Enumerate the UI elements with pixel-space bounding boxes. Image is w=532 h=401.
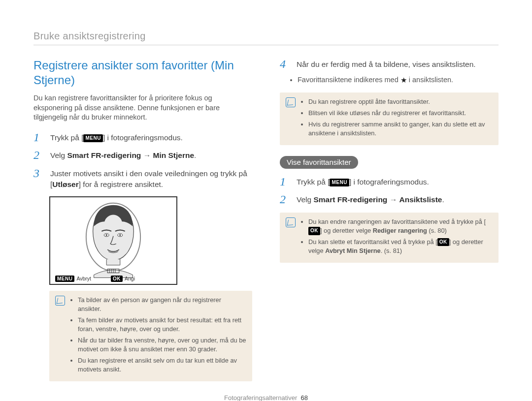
note-list: Ta bilder av én person av gangen når du …	[70, 296, 246, 376]
right-column: 4 Når du er ferdig med å ta bildene, vis…	[280, 58, 499, 381]
face-illustration: MENUAvbryt OKAngi	[49, 196, 177, 285]
step-number: 1	[33, 131, 43, 143]
note-icon	[286, 97, 296, 107]
step-2: 2 Velg Smart FR-redigering → Min Stjerne…	[33, 149, 252, 161]
note-item: Du kan registrere et ansikt selv om du t…	[78, 356, 246, 374]
step-text: Trykk på [MENU] i fotograferingsmodus.	[50, 131, 183, 143]
ok-button-label: OK	[308, 227, 320, 235]
steps-list-2: 1 Trykk på [MENU] i fotograferingsmodus.…	[280, 176, 499, 206]
steps-list: 1 Trykk på [MENU] i fotograferingsmodus.…	[33, 131, 252, 190]
step-number: 2	[280, 193, 290, 205]
steps-list: 4 Når du er ferdig med å ta bildene, vis…	[280, 58, 499, 70]
section-title: Registrere ansikter som favoritter (Min …	[33, 58, 252, 88]
sub-item: Favorittansiktene indikeres med ★ i ansi…	[298, 76, 499, 85]
subsection-pill: Vise favorittansikter	[280, 156, 358, 169]
note-item: Ta fem bilder av motivets ansikt for bes…	[78, 316, 246, 334]
note-item: Når du tar bilder fra venstre, høyre, ov…	[78, 336, 246, 354]
menu-button-label: MENU	[55, 276, 74, 282]
step-text: Juster motivets ansikt i den ovale veile…	[50, 167, 252, 190]
page-footer: Fotograferingsalternativer 68	[33, 394, 499, 401]
note-item: Du kan registrere opptil åtte favorittan…	[308, 97, 493, 107]
note-icon	[55, 296, 65, 306]
note-list: Du kan registrere opptil åtte favorittan…	[300, 97, 493, 140]
page-number: 68	[300, 394, 307, 401]
note-item: Ta bilder av én person av gangen når du …	[78, 296, 246, 314]
svg-point-2	[106, 234, 107, 236]
note-box: Ta bilder av én person av gangen når du …	[49, 291, 252, 381]
note-box: Du kan endre rangeringen av favorittansi…	[280, 213, 499, 263]
footer-section: Fotograferingsalternativer	[224, 394, 297, 401]
manual-page: Bruke ansiktsregistrering Registrere ans…	[0, 0, 532, 401]
note-box: Du kan registrere opptil åtte favorittan…	[280, 93, 499, 145]
step-number: 1	[280, 176, 290, 187]
note-item: Blitsen vil ikke utløses når du registre…	[308, 109, 493, 118]
step-2b: 2 Velg Smart FR-redigering → Ansiktslist…	[280, 193, 499, 205]
star-icon: ★	[400, 76, 407, 84]
note-item: Du kan endre rangeringen av favorittansi…	[308, 217, 493, 236]
step-number: 3	[33, 167, 43, 190]
step-3: 3 Juster motivets ansikt i den ovale vei…	[33, 167, 252, 190]
note-icon	[286, 217, 296, 227]
step-1b: 1 Trykk på [MENU] i fotograferingsmodus.	[280, 176, 499, 187]
columns: Registrere ansikter som favoritter (Min …	[33, 58, 499, 381]
note-item: Du kan slette et favorittansikt ved å tr…	[308, 238, 493, 256]
sub-bullets: Favorittansiktene indikeres med ★ i ansi…	[289, 76, 499, 85]
intro-text: Du kan registrere favorittansikter for å…	[33, 93, 252, 123]
menu-button-label: MENU	[83, 134, 102, 143]
step-number: 2	[33, 149, 43, 161]
step-text: Velg Smart FR-redigering → Ansiktsliste.	[297, 193, 444, 205]
svg-point-4	[119, 234, 121, 236]
breadcrumb: Bruke ansiktsregistrering	[33, 31, 499, 45]
step-text: Velg Smart FR-redigering → Min Stjerne.	[50, 149, 196, 161]
step-number: 4	[280, 58, 290, 70]
ok-button-label: OK	[111, 276, 123, 282]
note-list: Du kan endre rangeringen av favorittansi…	[300, 217, 493, 258]
illustration-wrap: MENUAvbryt OKAngi	[49, 196, 252, 285]
step-text: Trykk på [MENU] i fotograferingsmodus.	[297, 176, 429, 187]
step-1: 1 Trykk på [MENU] i fotograferingsmodus.	[33, 131, 252, 143]
ok-button-label: OK	[437, 238, 449, 247]
left-column: Registrere ansikter som favoritter (Min …	[33, 58, 252, 381]
step-4: 4 Når du er ferdig med å ta bildene, vis…	[280, 58, 499, 70]
note-item: Hvis du registrerer samme ansikt to gang…	[308, 120, 493, 138]
illustration-footer: MENUAvbryt OKAngi	[50, 276, 176, 282]
step-text: Når du er ferdig med å ta bildene, vises…	[297, 58, 476, 70]
menu-button-label: MENU	[330, 179, 349, 187]
